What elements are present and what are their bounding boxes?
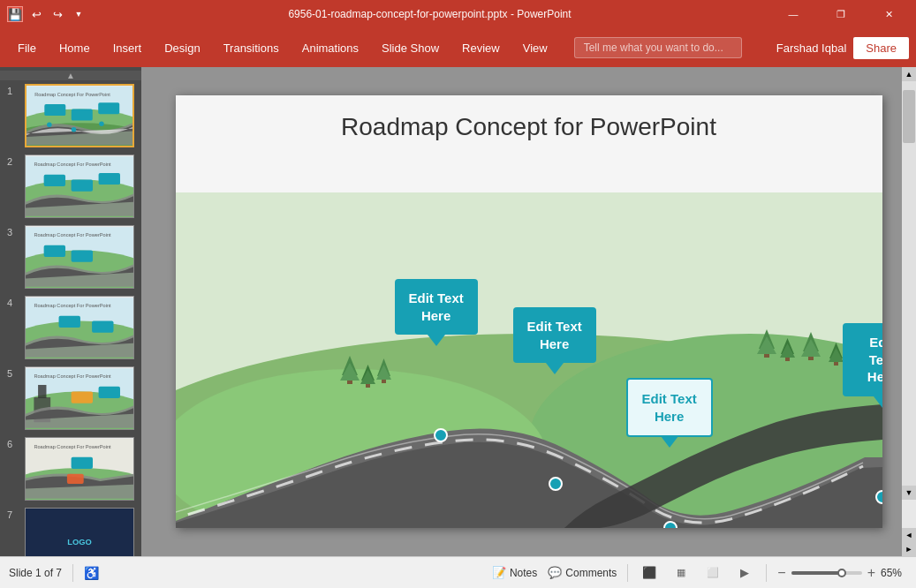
slide-editing-area[interactable]: Roadmap Concept for PowerPoint xyxy=(141,67,916,556)
menu-insert[interactable]: Insert xyxy=(102,36,153,60)
callout-4[interactable]: Edit TextHere xyxy=(843,323,882,396)
callout-3[interactable]: Edit TextHere xyxy=(626,378,713,437)
menu-home[interactable]: Home xyxy=(49,36,101,60)
zoom-slider[interactable] xyxy=(791,571,862,575)
svg-rect-32 xyxy=(99,387,120,398)
svg-rect-5 xyxy=(72,109,93,121)
undo-icon[interactable]: ↩ xyxy=(28,6,44,22)
slide-show-view-button[interactable]: ▶ xyxy=(734,562,755,584)
outline-view-button[interactable]: ▦ xyxy=(670,562,692,584)
slide-preview-5[interactable]: Roadmap Concept For PowerPoint xyxy=(25,366,134,430)
redo-icon[interactable]: ↪ xyxy=(49,6,65,22)
svg-text:Roadmap Concept For PowerPoint: Roadmap Concept For PowerPoint xyxy=(34,92,110,97)
slide-number-3: 3 xyxy=(7,227,19,237)
minimize-button[interactable]: — xyxy=(773,0,814,28)
svg-rect-31 xyxy=(72,391,93,403)
slide-title: Roadmap Concept for PowerPoint xyxy=(176,113,882,141)
slide-thumb-6[interactable]: 6 Roadmap Concept For PowerPoint xyxy=(7,437,134,501)
svg-point-9 xyxy=(99,121,104,126)
scroll-up-button[interactable]: ▲ xyxy=(902,67,916,81)
svg-rect-19 xyxy=(44,245,65,257)
zoom-out-button[interactable]: − xyxy=(777,565,785,581)
slide-preview-3[interactable]: Roadmap Concept For PowerPoint xyxy=(25,225,134,289)
save-icon[interactable]: 💾 xyxy=(7,6,23,22)
slide-thumb-2[interactable]: 2 Roadmap Concept For PowerPoint xyxy=(7,155,134,218)
comments-icon: 💬 xyxy=(548,566,562,579)
scroll-corner-right[interactable]: ► xyxy=(902,542,916,556)
svg-point-68 xyxy=(876,491,882,503)
slide-preview-6[interactable]: Roadmap Concept For PowerPoint xyxy=(25,437,134,501)
slide-number-5: 5 xyxy=(7,368,19,379)
callout-2[interactable]: Edit TextHere xyxy=(513,307,596,363)
svg-rect-4 xyxy=(44,104,65,116)
comments-label: Comments xyxy=(565,567,617,579)
slide-number-1: 1 xyxy=(7,86,19,96)
close-button[interactable]: ✕ xyxy=(868,0,909,28)
divider-3 xyxy=(766,564,767,582)
slide-preview-1[interactable]: Roadmap Concept For PowerPoint xyxy=(25,84,134,147)
svg-rect-13 xyxy=(44,175,65,186)
user-area: Farshad Iqbal Share xyxy=(776,37,909,59)
scroll-track[interactable] xyxy=(902,81,916,486)
menu-transitions[interactable]: Transitions xyxy=(213,36,290,60)
svg-point-66 xyxy=(549,478,562,490)
svg-rect-20 xyxy=(72,250,93,261)
slide-number-6: 6 xyxy=(7,439,19,449)
slide-thumb-4[interactable]: 4 Roadmap Concept For PowerPoint xyxy=(7,296,134,359)
vertical-scrollbar[interactable]: ▲ ▼ ◄ ► xyxy=(902,67,916,556)
scroll-down-button[interactable]: ▼ xyxy=(902,486,916,500)
tell-me-search-input[interactable] xyxy=(574,37,742,58)
slide-thumb-7[interactable]: 7 LOGO xyxy=(7,508,134,556)
svg-rect-15 xyxy=(99,173,120,185)
status-bar: Slide 1 of 7 ♿ 📝 Notes 💬 Comments ⬛ ▦ ⬜ … xyxy=(0,556,916,588)
menu-slideshow[interactable]: Slide Show xyxy=(371,36,450,60)
svg-point-8 xyxy=(72,127,77,132)
slide-number-7: 7 xyxy=(7,509,19,520)
comments-button[interactable]: 💬 Comments xyxy=(548,566,617,579)
svg-rect-25 xyxy=(92,320,113,332)
svg-point-7 xyxy=(47,122,52,127)
svg-text:Roadmap Concept For PowerPoint: Roadmap Concept For PowerPoint xyxy=(34,373,111,379)
svg-text:Roadmap Concept For PowerPoint: Roadmap Concept For PowerPoint xyxy=(34,162,111,167)
zoom-in-button[interactable]: + xyxy=(867,565,875,581)
callout-1[interactable]: Edit TextHere xyxy=(395,279,478,335)
notes-button[interactable]: 📝 Notes xyxy=(492,566,537,579)
reading-view-button[interactable]: ⬜ xyxy=(702,562,723,584)
zoom-level[interactable]: 65% xyxy=(881,567,907,579)
scroll-corner-left[interactable]: ◄ xyxy=(902,528,916,542)
share-button[interactable]: Share xyxy=(853,37,909,59)
svg-text:LOGO: LOGO xyxy=(67,538,92,547)
svg-point-67 xyxy=(664,522,677,528)
menu-design[interactable]: Design xyxy=(154,36,210,60)
restore-button[interactable]: ❐ xyxy=(821,0,861,28)
window-controls: — ❐ ✕ xyxy=(773,0,909,28)
slide-number-2: 2 xyxy=(7,156,19,167)
slide-preview-4[interactable]: Roadmap Concept For PowerPoint xyxy=(25,296,134,359)
slide-number-4: 4 xyxy=(7,298,19,308)
menu-file[interactable]: File xyxy=(7,36,47,60)
svg-text:Roadmap Concept For PowerPoint: Roadmap Concept For PowerPoint xyxy=(34,303,111,308)
quick-access-dropdown-icon[interactable]: ▼ xyxy=(71,6,87,22)
slide-thumb-5[interactable]: 5 Roadmap Concept For PowerPoint xyxy=(7,366,134,430)
normal-view-button[interactable]: ⬛ xyxy=(639,562,660,584)
slide-preview-7[interactable]: LOGO xyxy=(25,508,134,556)
main-content: ▲ 1 Roadmap Concept For PowerPoint xyxy=(0,67,916,556)
slide-thumb-1[interactable]: 1 Roadmap Concept For PowerPoint xyxy=(7,84,134,147)
window-title: 6956-01-roadmap-concept-for-powerpoint.p… xyxy=(87,8,773,20)
menu-view[interactable]: View xyxy=(512,36,558,60)
slide-panel: ▲ 1 Roadmap Concept For PowerPoint xyxy=(0,67,141,556)
menu-animations[interactable]: Animations xyxy=(291,36,369,60)
sidebar-scroll-up[interactable]: ▲ xyxy=(0,71,141,80)
accessibility-icon[interactable]: ♿ xyxy=(84,566,99,580)
menu-review[interactable]: Review xyxy=(451,36,511,60)
svg-rect-38 xyxy=(26,509,133,556)
slide-preview-2[interactable]: Roadmap Concept For PowerPoint xyxy=(25,155,134,218)
slide-thumb-3[interactable]: 3 Roadmap Concept For PowerPoint xyxy=(7,225,134,289)
username-label: Farshad Iqbal xyxy=(776,41,847,55)
svg-rect-14 xyxy=(72,179,93,191)
svg-rect-24 xyxy=(59,316,80,328)
svg-rect-6 xyxy=(98,102,119,114)
scroll-thumb[interactable] xyxy=(903,90,915,143)
menu-bar: File Home Insert Design Transitions Anim… xyxy=(0,28,916,67)
slide-info: Slide 1 of 7 xyxy=(9,567,62,579)
